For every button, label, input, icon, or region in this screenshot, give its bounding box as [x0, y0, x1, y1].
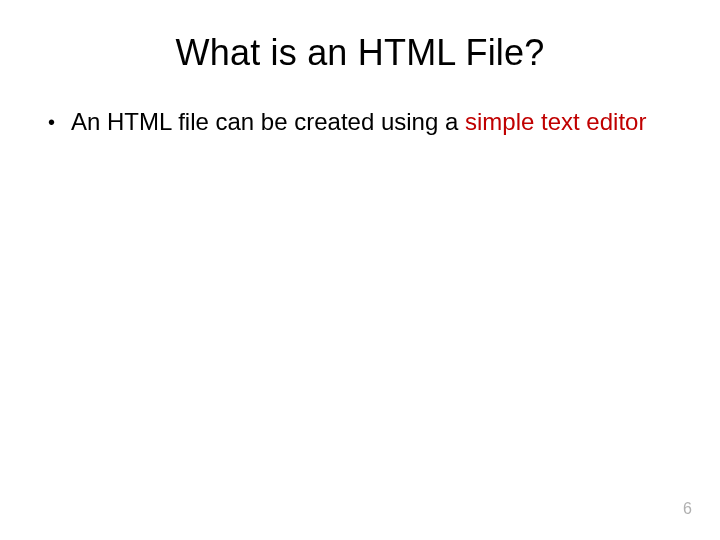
page-number: 6	[683, 500, 692, 518]
bullet-highlight: simple text editor	[465, 108, 646, 135]
bullet-text: An HTML file can be created using a simp…	[71, 108, 660, 137]
bullet-marker: •	[48, 108, 55, 134]
bullet-item: • An HTML file can be created using a si…	[48, 108, 660, 137]
bullet-prefix: An HTML file can be created using a	[71, 108, 465, 135]
content-area: • An HTML file can be created using a si…	[0, 98, 720, 137]
slide-title: What is an HTML File?	[0, 0, 720, 98]
